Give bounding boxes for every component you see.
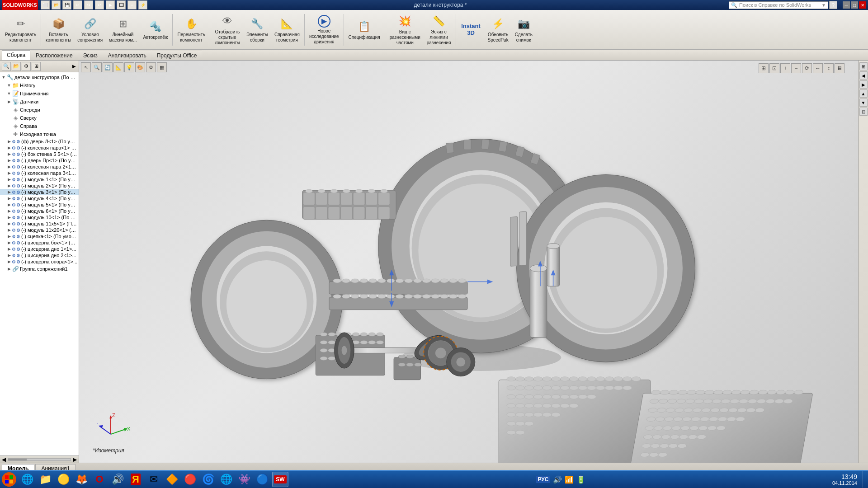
taskbar-firefox[interactable]: 🦊 [73,472,90,487]
taskbar-app11[interactable]: 🌀 [200,472,216,487]
tree-history[interactable]: ▼ 📁 History [0,81,79,89]
title-btn6[interactable]: ↩ [95,0,104,9]
taskbar-torrent[interactable]: 🌐 [218,472,234,487]
tree-wheel-pair2[interactable]: ▶ ⚙ ⚙ (-) колесная пара 2<1>... [0,164,79,170]
viewport[interactable]: ↖ 🔍 🔄 📐 💡 🎨 ⚙ ▦ ⊞ ⊡ + − ⟳ ↔ ↕ 🖥 [79,61,858,463]
tree-root[interactable]: ▼ 🔧 детали кнструктора (По ум... [0,73,79,81]
title-btn9[interactable]: ↔ [127,0,137,9]
panel-folder-btn[interactable]: 📂 [12,62,21,71]
toolbar-snapshot[interactable]: 📷 Сделать снимок [512,12,536,48]
taskbar-mail[interactable]: ✉ [146,472,162,487]
scroll-track[interactable] [8,458,71,461]
rp-btn3[interactable]: ▶ [859,80,868,89]
toolbar-insert-components[interactable]: 📦 Вставить компоненты [42,12,74,48]
tree-tank-bottom1[interactable]: ▶ ⚙ ⚙ (-) цисцерна дно 1<1>... [0,246,79,252]
rp-btn5[interactable]: ▼ [859,99,868,107]
toolbar-instant3d[interactable]: Instant3D [458,12,485,48]
tree-sensors[interactable]: ▶ 📡 Датчики [0,98,79,106]
tree-door-l[interactable]: ▶ ⚙ ⚙ (ф) дверь Л<1> (По умо... [0,138,79,145]
tree-module2[interactable]: ▶ ⚙ ⚙ (-) модуль 2<1> (По умо... [0,183,79,189]
title-btn10[interactable]: ⚡ [138,0,147,9]
tree-module10[interactable]: ▶ ⚙ ⚙ (-) модуль 10<1> (По ум... [0,214,79,221]
scroll-left-btn[interactable]: ◀ [2,456,6,463]
toolbar-new-motion[interactable]: ▶ Новое исследование движения [306,12,342,48]
tree-notes[interactable]: ▼ 📝 Примечания [0,89,79,98]
toolbar-exploded-view[interactable]: 💥 Вид с разнесенными частями [387,12,424,48]
tree-coupling[interactable]: ▶ ⚙ ⚙ (-) сцепка<1> (По умол... [0,233,79,239]
taskbar-solidworks[interactable]: SW [272,472,288,487]
toolbar-assembly-elements[interactable]: 🔧 Элементы сборки [243,12,271,48]
tree-right[interactable]: ▶ ◈ Справа [0,122,79,130]
close-button[interactable]: ✕ [859,1,866,9]
taskbar-app13[interactable]: 👾 [236,472,252,487]
taskbar-flash[interactable]: 🔶 [164,472,180,487]
tree-module11x20[interactable]: ▶ ⚙ ⚙ (-) модуль 11х20<1> (По... [0,227,79,233]
toolbar-auto-fasten[interactable]: 🔩 Автокрепёж [140,12,171,48]
tab-analyze[interactable]: Анализировать [103,51,151,60]
taskbar-app10[interactable]: 🔴 [182,472,198,487]
toolbar-spec[interactable]: 📋 Спецификация [345,12,383,48]
toolbar-show-hidden[interactable]: 👁 Отобразить скрытые компоненты [212,12,243,48]
rp-btn4[interactable]: ▲ [859,89,868,98]
title-btn3[interactable]: 💾 [62,0,71,9]
tab-sketch[interactable]: Эскиз [78,51,103,60]
tab-office[interactable]: Продукты Office [152,51,202,60]
tree-tank-bottom2[interactable]: ▶ ⚙ ⚙ (-) цисцерна дно 2<1>... [0,252,79,258]
toolbar-explode-lines[interactable]: 📏 Эскиз с линиями разнесения [424,12,454,48]
taskbar-yandex[interactable]: Я [127,472,144,487]
tree-tank-side[interactable]: ▶ ⚙ ⚙ (-) цисцерна бок<1> (П... [0,239,79,246]
tree-top[interactable]: ▶ ◈ Сверху [0,114,79,122]
toolbar-edit-component[interactable]: ✏ Редактировать компонент [2,12,39,48]
taskbar-clock[interactable]: 13:49 04.11.2014 [832,473,861,486]
help-btn[interactable]: ? [829,1,837,9]
rp-btn2[interactable]: ◀ [859,71,868,80]
tree-side-wall[interactable]: ▶ ⚙ ⚙ (-) бок стенка 5 5<1> (П... [0,151,79,157]
minimize-button[interactable]: ─ [843,1,850,9]
tree-door-r[interactable]: ▶ ⚙ ⚙ (-) дверь Пр<1> (По ум... [0,157,79,164]
toolbar-move-component[interactable]: ✋ Переместить компонент [174,12,208,48]
taskbar-ie[interactable]: 🌐 [19,472,35,487]
toolbar-reference-geometry[interactable]: 📐 Справочная геометрия [271,12,303,48]
tray-keyboard[interactable]: РУС [536,476,550,483]
toolbar-speedpak[interactable]: ⚡ Обновить SpeedPak [485,12,512,48]
title-btn8[interactable]: 🔲 [117,0,126,9]
panel-expand-btn[interactable]: ▶ [71,63,77,70]
panel-grid-btn[interactable]: ⊞ [32,62,41,71]
taskbar-chrome[interactable]: 🟡 [55,472,71,487]
tree-tank-support[interactable]: ▶ ⚙ ⚙ (-) цисцерна опора<1>... [0,258,79,265]
tab-assembly[interactable]: Сборка [2,50,30,60]
rp-btn1[interactable]: ⊞ [859,62,868,70]
toolbar-linear-array[interactable]: ⊞ Линейный массив ком... [106,12,140,48]
restore-button[interactable]: □ [851,1,858,9]
panel-search-btn[interactable]: 🔍 [2,62,11,71]
tree-module4[interactable]: ▶ ⚙ ⚙ (-) модуль 4<1> (По умо... [0,195,79,202]
tree-origin[interactable]: ▶ ✚ Исходная точка [0,130,79,138]
search-box[interactable]: 🔍 Поиск в Справке по SolidWorks ▼ [729,1,828,9]
taskbar-app14[interactable]: 🔵 [254,472,270,487]
tree-module6[interactable]: ▶ ⚙ ⚙ (-) модуль 6<1> (По умо... [0,208,79,214]
rp-btn6[interactable]: ⊡ [859,108,868,116]
title-btn5[interactable]: ↪ [84,0,93,9]
toolbar-conditions[interactable]: 🔗 Условия сопряжения [74,12,106,48]
panel-settings-btn[interactable]: ⚙ [22,62,31,71]
taskbar-opera[interactable]: O [91,472,108,487]
search-dropdown[interactable]: ▼ [821,3,826,8]
start-button[interactable] [2,472,16,487]
tree-wheel-pair3[interactable]: ▶ ⚙ ⚙ (-) колесная пара 3<1>... [0,170,79,176]
title-btn4[interactable]: ↩ [73,0,82,9]
taskbar-explorer[interactable]: 📁 [37,472,53,487]
tree-module1[interactable]: ▶ ⚙ ⚙ (-) модуль 1<1> (По умо... [0,176,79,183]
title-btn7[interactable]: ▶ [106,0,115,9]
tree-mate-group[interactable]: ▶ 🔗 Группа сопряжений1 [0,265,79,273]
tree-front[interactable]: ▶ ◈ Спереди [0,106,79,114]
scroll-right-btn[interactable]: ▶ [73,456,77,463]
tree-wheel-pair1[interactable]: ▶ ⚙ ⚙ (-) колесная пара<1> (П... [0,145,79,151]
show-desktop-btn[interactable] [863,471,866,488]
tree-module11x5[interactable]: ▶ ⚙ ⚙ (-) модуль 11х5<1> (По... [0,221,79,227]
tab-layout[interactable]: Расположение [31,51,78,60]
tray-battery[interactable]: 🔋 [576,475,585,484]
tree-module3[interactable]: ▶ ⚙ ⚙ (-) модуль 3<1> (По умо... [0,189,79,195]
tray-sound[interactable]: 🔊 [553,475,562,484]
taskbar-media[interactable]: 🔊 [109,472,126,487]
title-btn1[interactable]: ⬜ [41,0,50,9]
